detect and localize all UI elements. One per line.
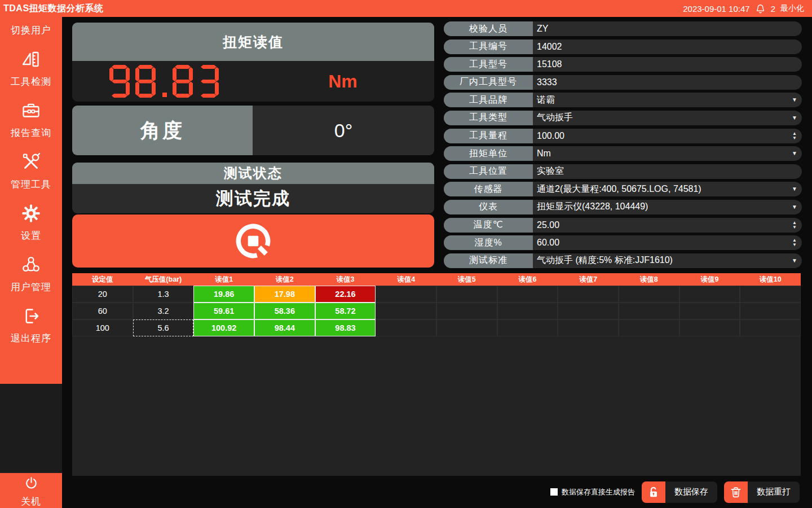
table-row-3: 1005.6100.9298.4498.83 [72, 319, 801, 336]
form-row-value[interactable]: Nm [533, 146, 787, 161]
table-cell[interactable] [497, 319, 558, 336]
table-cell[interactable] [497, 303, 558, 319]
notification-count: 2 [771, 4, 775, 14]
sidebar-item-label: 报告查询 [11, 126, 51, 139]
chevron-down-icon[interactable]: ▼ [787, 146, 802, 161]
spinner-icon[interactable]: ▲▼ [787, 129, 802, 143]
chevron-down-icon[interactable]: ▼ [787, 182, 802, 196]
table-cell[interactable]: 98.44 [254, 319, 315, 336]
table-cell[interactable] [619, 286, 679, 303]
chevron-down-icon[interactable]: ▼ [787, 253, 802, 268]
table-cell[interactable] [679, 319, 740, 336]
form-row-value[interactable]: 60.00 [533, 235, 787, 250]
form-row-value[interactable]: 通道2(最大量程:400, 50675.LOG, 74581) [533, 182, 787, 196]
sidebar-item-3[interactable]: 报告查询 [11, 100, 51, 139]
sidebar-item-7[interactable]: 退出程序 [11, 305, 51, 345]
table-row-2: 603.259.6158.3658.72 [72, 303, 801, 319]
table-cell[interactable] [740, 303, 801, 319]
table-cell[interactable] [740, 286, 801, 303]
form-panel: 校验人员ZY工具编号14002工具型号15108厂内工具型号3333工具品牌诺霸… [444, 21, 802, 268]
table-cell[interactable] [497, 286, 558, 303]
form-row-value[interactable]: 100.00 [533, 129, 787, 143]
sidebar-item-1[interactable]: 切换用户 [11, 24, 51, 37]
form-row-value[interactable]: 诺霸 [533, 93, 787, 107]
table-cell[interactable] [436, 319, 497, 336]
table-cell[interactable]: 1.3 [133, 286, 194, 303]
form-row-value[interactable]: 扭矩显示仪(43228, 104449) [533, 200, 787, 214]
form-row-label: 工具编号 [444, 40, 533, 54]
form-row-value[interactable]: 气动扳手 (精度:5% 标准:JJF1610) [533, 253, 787, 268]
table-cell[interactable]: 19.86 [193, 286, 254, 303]
table-cell[interactable] [436, 286, 497, 303]
form-row-value[interactable]: 25.00 [533, 218, 787, 233]
table-cell[interactable] [679, 286, 740, 303]
reprint-button[interactable]: 数据重打 [724, 481, 800, 503]
bell-icon[interactable] [755, 3, 766, 14]
torque-display: Nm [72, 61, 434, 102]
table-cell[interactable]: 17.98 [254, 286, 315, 303]
table-cell[interactable]: 98.83 [315, 319, 376, 336]
form-row-value[interactable]: 实验室 [533, 164, 802, 179]
save-button[interactable]: 数据保存 [642, 481, 717, 503]
status-title: 测试状态 [72, 163, 434, 184]
shutdown-button[interactable]: 关机 [0, 473, 62, 508]
table-header-cell: 读值10 [740, 273, 801, 286]
sidebar-item-4[interactable]: 管理工具 [11, 151, 51, 191]
table-cell[interactable]: 58.72 [315, 303, 376, 319]
form-row-label: 仪表 [444, 200, 533, 214]
table-cell[interactable]: 58.36 [254, 303, 315, 319]
form-row-value[interactable]: ZY [533, 21, 802, 36]
table-cell[interactable] [558, 286, 619, 303]
power-icon [20, 473, 42, 493]
table-cell[interactable] [558, 303, 619, 319]
chevron-down-icon[interactable]: ▼ [787, 93, 802, 107]
report-checkbox[interactable] [550, 488, 558, 496]
table-cell[interactable]: 60 [72, 303, 133, 319]
table-cell[interactable] [436, 303, 497, 319]
form-row-label: 温度℃ [444, 218, 533, 233]
spinner-icon[interactable]: ▲▼ [787, 235, 802, 250]
sidebar-item-2[interactable]: 工具检测 [11, 49, 51, 88]
sidebar-item-6[interactable]: 用户管理 [11, 254, 51, 294]
form-row-value[interactable]: 气动扳手 [533, 111, 787, 125]
table-header-cell: 读值7 [558, 273, 619, 286]
report-checkbox-label: 数据保存直接生成报告 [562, 487, 635, 497]
spinner-icon[interactable]: ▲▼ [787, 218, 802, 233]
table-cell[interactable]: 22.16 [315, 286, 376, 303]
form-row-value[interactable]: 15108 [533, 57, 802, 72]
form-row-value[interactable]: 14002 [533, 40, 802, 54]
table-cell[interactable]: 59.61 [193, 303, 254, 319]
form-row-value[interactable]: 3333 [533, 75, 802, 90]
torque-unit: Nm [323, 61, 363, 102]
table-cell[interactable]: 3.2 [133, 303, 194, 319]
footer-bar: 数据保存直接生成报告 数据保存 数据重打 [62, 476, 812, 508]
status-panel: 测试状态 测试完成 [72, 163, 434, 213]
report-checkbox-group[interactable]: 数据保存直接生成报告 [550, 487, 635, 497]
form-row-label: 扭矩单位 [444, 146, 533, 161]
form-row-5: 工具品牌诺霸▼ [444, 93, 802, 107]
table-cell[interactable] [376, 303, 436, 319]
table-cell[interactable] [619, 319, 679, 336]
readings-table: 设定值气压值(bar)读值1读值2读值3读值4读值5读值6读值7读值8读值9读值… [72, 273, 801, 476]
table-cell[interactable] [376, 319, 436, 336]
table-cell[interactable] [619, 303, 679, 319]
table-cell[interactable] [740, 319, 801, 336]
minimize-button[interactable]: 最小化 [780, 3, 804, 14]
table-cell[interactable]: 100.92 [193, 319, 254, 336]
share-icon [20, 254, 42, 275]
table-cell[interactable] [558, 319, 619, 336]
table-cell[interactable] [679, 303, 740, 319]
chevron-down-icon[interactable]: ▼ [787, 200, 802, 214]
form-row-9: 工具位置实验室 [444, 164, 802, 179]
stop-button[interactable] [72, 214, 434, 268]
ruler-icon [20, 49, 42, 70]
sidebar-item-5[interactable]: 设置 [20, 203, 42, 242]
chevron-down-icon[interactable]: ▼ [787, 111, 802, 125]
form-row-3: 工具型号15108 [444, 57, 802, 72]
table-cell[interactable]: 5.6 [133, 319, 194, 336]
table-cell[interactable]: 20 [72, 286, 133, 303]
table-cell[interactable] [376, 286, 436, 303]
form-row-label: 工具型号 [444, 57, 533, 72]
torque-panel: 扭矩读值 Nm [72, 23, 434, 102]
table-cell[interactable]: 100 [72, 319, 133, 336]
